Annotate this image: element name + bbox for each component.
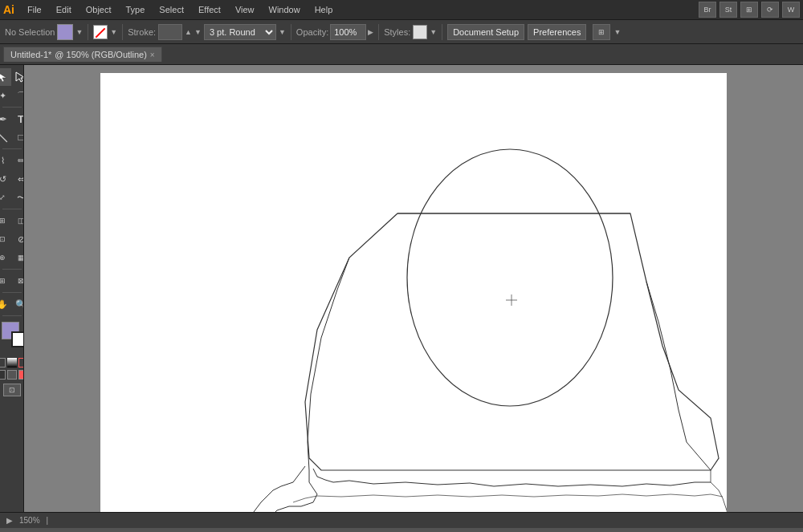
artboard [100, 73, 727, 512]
rectangle-tool[interactable]: □ [12, 128, 24, 146]
hand-tool[interactable]: ✋ [0, 295, 11, 313]
w-btn[interactable]: W [782, 2, 800, 18]
tool-divider-3 [2, 209, 22, 209]
stock-btn[interactable]: St [719, 2, 737, 18]
status-text: ▶ [6, 516, 13, 525]
color-swap-row [0, 370, 24, 380]
zoom-tool[interactable]: 🔍 [12, 295, 24, 313]
sync-btn[interactable]: ⟳ [761, 2, 779, 18]
menu-type[interactable]: Type [120, 3, 152, 16]
canvas-area[interactable] [24, 65, 803, 512]
zoom-level: 150% [19, 516, 40, 525]
divider-1 [88, 24, 88, 40]
magic-wand-tool[interactable]: ✦ [0, 87, 11, 104]
tool-row-11: ⊞ ⊠ [0, 272, 24, 290]
svg-point-0 [407, 149, 613, 406]
opacity-label: Opacity: [296, 27, 328, 37]
arrange-dropdown[interactable]: ▼ [613, 28, 621, 36]
preferences-button[interactable]: Preferences [528, 24, 586, 40]
direct-selection-tool[interactable] [12, 68, 24, 86]
opacity-expand[interactable]: ▶ [368, 28, 373, 36]
stroke-width-section: Stroke: ▲ ▼ 3 pt. Round ▼ [128, 24, 286, 40]
menu-view[interactable]: View [229, 3, 261, 16]
tab-mode: @ 150% (RGB/Outline) [55, 50, 147, 59]
stroke-down[interactable]: ▼ [194, 28, 202, 36]
app-logo: Ai [3, 3, 14, 16]
lasso-tool[interactable]: ⌒ [12, 87, 24, 104]
selection-label: No Selection [5, 27, 55, 37]
slice-tool[interactable]: ⊠ [12, 272, 24, 290]
tool-divider-2 [2, 148, 22, 149]
artboard-toggle[interactable]: ⊡ [3, 384, 21, 396]
document-setup-button[interactable]: Document Setup [447, 24, 524, 40]
tool-row-9: ⊡ ⊘ [0, 230, 24, 248]
styles-dropdown[interactable]: ▼ [430, 28, 437, 36]
artboard-icon-row: ⊡ [3, 384, 21, 396]
menu-help[interactable]: Help [308, 3, 340, 16]
paintbrush-tool[interactable]: ⌇ [0, 152, 11, 169]
eyedropper-tool[interactable]: ⊘ [12, 230, 24, 248]
tab-bar: Untitled-1* @ 150% (RGB/Outline) × [0, 44, 803, 65]
pattern-color-btn[interactable] [18, 358, 25, 368]
scale-tool[interactable]: ⤢ [0, 189, 11, 206]
bridge-btn[interactable]: Br [699, 2, 716, 18]
stroke-up[interactable]: ▲ [185, 28, 192, 36]
gradient-color-btn[interactable] [7, 358, 17, 368]
swap-colors-btn[interactable] [0, 370, 6, 380]
divider-2 [122, 24, 123, 40]
grid-btn[interactable]: ⊞ [740, 2, 758, 18]
menu-window[interactable]: Window [263, 3, 307, 16]
tool-row-5: ⌇ ✏ [0, 152, 24, 169]
blend-tool[interactable]: ⊕ [0, 249, 11, 266]
free-transform-tool[interactable]: ⊞ [0, 212, 11, 229]
focus-fill-btn[interactable] [18, 370, 25, 380]
bridge-icons: Br St ⊞ ⟳ W [699, 2, 800, 18]
document-tab[interactable]: Untitled-1* @ 150% (RGB/Outline) × [3, 47, 162, 62]
stroke-profile-dropdown[interactable]: ▼ [279, 28, 286, 36]
tool-row-8: ⊞ ◫ [0, 212, 24, 229]
tab-title: Untitled-1* [10, 50, 51, 59]
stroke-width-input[interactable] [158, 24, 182, 40]
styles-label: Styles: [384, 27, 410, 37]
main-toolbar: No Selection ▼ ▼ Stroke: ▲ ▼ 3 pt. Round… [0, 20, 803, 44]
menu-edit[interactable]: Edit [50, 3, 78, 16]
warp-tool[interactable]: 〜 [12, 189, 24, 206]
pencil-tool[interactable]: ✏ [12, 152, 24, 169]
divider-3 [291, 24, 291, 40]
stroke-swatch[interactable] [93, 25, 108, 39]
reset-colors-btn[interactable] [7, 370, 17, 380]
menu-select[interactable]: Select [153, 3, 190, 16]
fill-swatch[interactable] [57, 24, 73, 40]
shape-builder-tool[interactable]: ◫ [12, 212, 24, 229]
stroke-label: Stroke: [128, 27, 156, 37]
arrange-btn[interactable]: ⊞ [593, 24, 610, 40]
reflect-tool[interactable]: ⇔ [12, 170, 24, 188]
tool-divider-4 [2, 269, 22, 270]
styles-section: Styles: ▼ [384, 25, 437, 39]
chart-tool[interactable]: ▦ [12, 249, 24, 266]
tool-row-3: ✒ T [0, 110, 24, 128]
divider-5 [442, 24, 442, 40]
menu-effect[interactable]: Effect [192, 3, 227, 16]
type-tool[interactable]: T [12, 110, 24, 128]
selection-tool[interactable] [0, 68, 11, 86]
styles-swatch[interactable] [413, 25, 427, 39]
tool-divider-1 [2, 107, 22, 108]
opacity-input[interactable] [330, 24, 366, 40]
artboard-tool[interactable]: ⊞ [0, 272, 11, 290]
color-mode-row [0, 358, 24, 368]
menu-object[interactable]: Object [79, 3, 118, 16]
stroke-profile-select[interactable]: 3 pt. Round [204, 24, 276, 40]
none-color-btn[interactable] [0, 358, 6, 368]
stroke-color-box[interactable] [11, 331, 24, 347]
tool-row-12: ✋ 🔍 [0, 295, 24, 313]
tab-close-btn[interactable]: × [150, 51, 155, 59]
stroke-dropdown[interactable]: ▼ [110, 28, 117, 36]
rotate-tool[interactable]: ↺ [0, 170, 11, 188]
gradient-tool[interactable]: ⊡ [0, 230, 11, 248]
menu-file[interactable]: File [21, 3, 48, 16]
tool-row-1 [0, 68, 24, 86]
tool-row-7: ⤢ 〜 [0, 189, 24, 206]
fill-dropdown[interactable]: ▼ [75, 28, 83, 36]
tool-row-4: | □ [0, 128, 24, 146]
